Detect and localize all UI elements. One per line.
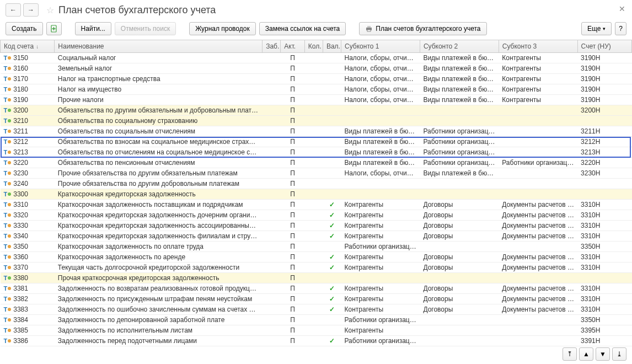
table-row[interactable]: T3382Задолженность по присужденным штраф… — [1, 293, 632, 304]
scroll-bottom-button[interactable]: ⤓ — [612, 347, 626, 361]
scroll-top-button[interactable]: ⤒ — [563, 347, 577, 361]
cell-code: T3150 — [1, 52, 55, 63]
table-row[interactable]: T3210Обязательства по социальному страхо… — [1, 115, 632, 126]
table-row[interactable]: T3211Обязательства по социальным отчисле… — [1, 126, 632, 136]
cancel-search-button: Отменить поиск — [115, 22, 176, 35]
table-row[interactable]: T3384Задолженность по депонированной зар… — [1, 314, 632, 325]
cell-sk2: Виды платежей в бюдж… — [420, 73, 499, 84]
accounts-table[interactable]: Код счета↓ Наименование Заб. Акт. Кол. В… — [0, 40, 632, 346]
table-row[interactable]: T3340Краткосрочная кредиторская задолжен… — [1, 231, 632, 241]
cell-val — [323, 168, 341, 178]
table-row[interactable]: T3360Краткосрочная задолженность по арен… — [1, 251, 632, 262]
cell-sk2: Договоры — [420, 231, 499, 241]
cell-sk1 — [341, 178, 420, 189]
cell-code: T3384 — [1, 314, 55, 325]
cell-akt: П — [281, 241, 304, 251]
create-copy-button[interactable] — [46, 22, 62, 35]
cell-code: T3212 — [1, 136, 55, 147]
col-header-sk2[interactable]: Субконто 2 — [420, 40, 499, 52]
print-plan-button[interactable]: План счетов бухгалтерского учета — [359, 22, 486, 35]
cell-name: Прочие налоги — [55, 94, 263, 105]
table-row[interactable]: T3212Обязательства по взносам на социаль… — [1, 136, 632, 147]
cell-val — [323, 178, 341, 189]
cell-val — [323, 147, 341, 157]
table-row[interactable]: T3220Обязательства по пенсионным отчисле… — [1, 157, 632, 168]
triangle-down-icon: ▼ — [599, 350, 606, 358]
cell-kol — [304, 314, 323, 325]
table-row[interactable]: T3383Задолженность по ошибочно зачисленн… — [1, 304, 632, 314]
cell-code: T3383 — [1, 304, 55, 314]
cell-akt: П — [281, 178, 304, 189]
table-row[interactable]: T3320Краткосрочная кредиторская задолжен… — [1, 210, 632, 220]
create-button[interactable]: Создать — [6, 22, 43, 35]
nav-forward-button[interactable]: → — [23, 3, 39, 17]
more-button[interactable]: Еще▾ — [581, 22, 612, 35]
cell-sk2 — [420, 314, 499, 325]
table-row[interactable]: T3385Задолженность по исполнительным лис… — [1, 325, 632, 335]
cell-kol — [304, 241, 323, 251]
close-icon[interactable]: ✕ — [619, 4, 625, 13]
cell-zab — [263, 272, 281, 283]
table-row[interactable]: T3190Прочие налогиПНалоги, сборы, отчисл… — [1, 94, 632, 105]
cell-kol — [304, 304, 323, 314]
journal-button[interactable]: Журнал проводок — [189, 22, 256, 35]
t-account-icon: T — [4, 233, 12, 239]
cell-nu: 3310Н — [577, 199, 631, 210]
cell-kol — [304, 136, 323, 147]
scroll-down-button[interactable]: ▼ — [596, 347, 610, 361]
cell-val — [323, 84, 341, 94]
cell-zab — [263, 283, 281, 293]
table-row[interactable]: T3170Налог на транспортные средстваПНало… — [1, 73, 632, 84]
cell-zab — [263, 147, 281, 157]
col-header-kol[interactable]: Кол. — [304, 40, 323, 52]
table-row[interactable]: T3200Обязательства по другим обязательны… — [1, 105, 632, 115]
cell-val — [323, 126, 341, 136]
cell-nu: 3310Н — [577, 210, 631, 220]
table-row[interactable]: T3213Обязательства по отчислениям на соц… — [1, 147, 632, 157]
table-row[interactable]: T3330Краткосрочная кредиторская задолжен… — [1, 220, 632, 231]
find-button[interactable]: Найти... — [75, 22, 111, 35]
table-row[interactable]: T3386Задолженность перед подотчетными ли… — [1, 335, 632, 346]
table-row[interactable]: T3180Налог на имуществоПНалоги, сборы, о… — [1, 84, 632, 94]
cell-val — [323, 325, 341, 335]
cell-akt: П — [281, 52, 304, 63]
cell-kol — [304, 251, 323, 262]
cell-kol — [304, 272, 323, 283]
col-header-zab[interactable]: Заб. — [263, 40, 281, 52]
cell-sk2 — [420, 272, 499, 283]
col-header-akt[interactable]: Акт. — [281, 40, 304, 52]
table-row[interactable]: T3310Краткосрочная задолженность поставщ… — [1, 199, 632, 210]
col-header-nu[interactable]: Счет (НУ) — [577, 40, 631, 52]
svg-rect-3 — [367, 30, 371, 31]
cell-sk1: Контрагенты — [341, 283, 420, 293]
col-header-val[interactable]: Вал. — [323, 40, 341, 52]
table-row[interactable]: T3350Краткосрочная задолженность по опла… — [1, 241, 632, 251]
cell-kol — [304, 63, 323, 73]
t-account-icon: T — [4, 317, 12, 323]
cell-akt: П — [281, 199, 304, 210]
col-header-sk1[interactable]: Субконто 1 — [341, 40, 420, 52]
table-row[interactable]: T3230Прочие обязательства по другим обяз… — [1, 168, 632, 178]
replace-links-button[interactable]: Замена ссылок на счета — [259, 22, 346, 35]
cell-akt: П — [281, 283, 304, 293]
table-row[interactable]: T3150Социальный налогПНалоги, сборы, отч… — [1, 52, 632, 63]
table-row[interactable]: T3380Прочая краткосрочная кредиторская з… — [1, 272, 632, 283]
cell-sk2 — [420, 105, 499, 115]
col-header-sk3[interactable]: Субконто 3 — [499, 40, 577, 52]
cell-nu: 3310Н — [577, 231, 631, 241]
cell-code: T3220 — [1, 157, 55, 168]
cell-kol — [304, 126, 323, 136]
scroll-up-button[interactable]: ▲ — [579, 347, 593, 361]
star-icon[interactable]: ☆ — [46, 5, 54, 15]
nav-back-button[interactable]: ← — [6, 3, 21, 17]
table-row[interactable]: T3300Краткосрочная кредиторская задолжен… — [1, 189, 632, 199]
table-row[interactable]: T3240Прочие обязательства по другим добр… — [1, 178, 632, 189]
table-row[interactable]: T3370Текущая часть долгосрочной кредитор… — [1, 262, 632, 272]
t-account-icon: T — [4, 76, 12, 82]
help-button[interactable]: ? — [615, 22, 626, 35]
table-row[interactable]: T3381Задолженность по возвратам реализов… — [1, 283, 632, 293]
col-header-code[interactable]: Код счета↓ — [1, 40, 55, 52]
col-header-name[interactable]: Наименование — [55, 40, 263, 52]
t-account-icon: T — [4, 338, 12, 344]
table-row[interactable]: T3160Земельный налогПНалоги, сборы, отчи… — [1, 63, 632, 73]
